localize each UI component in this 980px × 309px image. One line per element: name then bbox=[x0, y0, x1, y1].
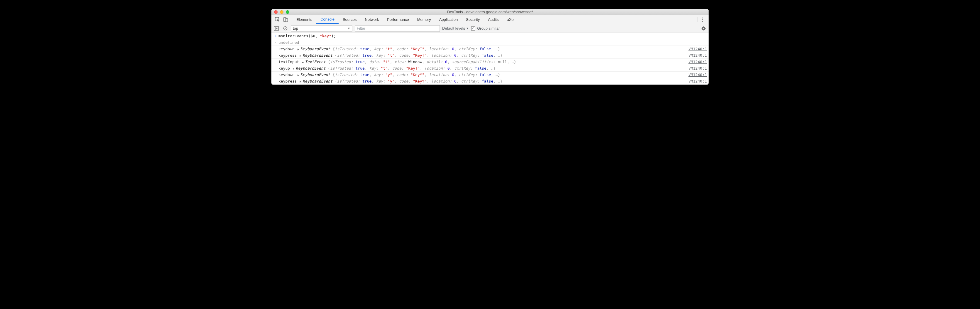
source-link[interactable]: VM1240:1 bbox=[682, 66, 707, 70]
event-name: keydown bbox=[278, 47, 294, 51]
tab-network[interactable]: Network bbox=[361, 15, 383, 24]
event-class: KeyboardEvent bbox=[301, 47, 333, 51]
disclosure-triangle-icon[interactable]: ▶ bbox=[293, 67, 294, 70]
console-return-row: ‹ undefined bbox=[271, 39, 709, 46]
disclosure-triangle-icon[interactable]: ▶ bbox=[298, 48, 299, 51]
console-input-row[interactable]: › monitorEvents($0, "key"); bbox=[271, 33, 709, 39]
return-value: undefined bbox=[278, 40, 707, 45]
svg-line-9 bbox=[284, 27, 286, 29]
tab-elements[interactable]: Elements bbox=[292, 15, 316, 24]
disclosure-triangle-icon[interactable]: ▶ bbox=[299, 54, 301, 57]
settings-icon[interactable] bbox=[700, 26, 707, 31]
console-input-text: monitorEvents($0, "key"); bbox=[278, 34, 707, 38]
event-name: keydown bbox=[278, 72, 294, 77]
clear-console-icon[interactable] bbox=[282, 26, 288, 30]
event-class: KeyboardEvent bbox=[296, 66, 328, 70]
event-name: keyup bbox=[278, 66, 290, 70]
log-levels-label: Default levels bbox=[442, 26, 465, 30]
event-class: KeyboardEvent bbox=[301, 72, 333, 77]
console-output: › monitorEvents($0, "key"); ‹ undefined … bbox=[271, 33, 709, 85]
log-row: textInput ▶TextEvent {isTrusted: true, d… bbox=[271, 59, 709, 65]
source-link[interactable]: VM1240:1 bbox=[682, 53, 707, 58]
context-selector[interactable]: top ▼ bbox=[291, 25, 352, 32]
tab-axe[interactable]: aXe bbox=[503, 15, 517, 24]
log-row: keypress ▶KeyboardEvent {isTrusted: true… bbox=[271, 78, 709, 85]
chevron-down-icon: ▼ bbox=[466, 27, 469, 30]
window-title: DevTools - developers.google.com/web/sho… bbox=[271, 10, 709, 14]
log-row: keydown ▶KeyboardEvent {isTrusted: true,… bbox=[271, 46, 709, 52]
tab-memory[interactable]: Memory bbox=[413, 15, 435, 24]
device-toolbar-icon[interactable] bbox=[282, 15, 290, 24]
log-levels-selector[interactable]: Default levels ▼ bbox=[442, 26, 469, 30]
group-similar-label: Group similar bbox=[477, 26, 500, 30]
svg-rect-2 bbox=[285, 19, 288, 22]
console-toolbar: top ▼ Default levels ▼ ✓ Group similar bbox=[271, 24, 709, 33]
svg-point-5 bbox=[702, 21, 703, 22]
return-icon: ‹ bbox=[273, 40, 278, 45]
group-similar-toggle[interactable]: ✓ Group similar bbox=[471, 26, 500, 30]
tab-application[interactable]: Application bbox=[435, 15, 462, 24]
event-name: keypress bbox=[278, 79, 297, 83]
tab-sources[interactable]: Sources bbox=[339, 15, 361, 24]
devtools-window: DevTools - developers.google.com/web/sho… bbox=[271, 9, 709, 85]
disclosure-triangle-icon[interactable]: ▶ bbox=[299, 80, 301, 83]
log-row: keypress ▶KeyboardEvent {isTrusted: true… bbox=[271, 52, 709, 59]
log-row: keyup ▶KeyboardEvent {isTrusted: true, k… bbox=[271, 65, 709, 72]
log-body: textInput ▶TextEvent {isTrusted: true, d… bbox=[278, 59, 682, 64]
context-selector-value: top bbox=[293, 26, 298, 30]
event-class: KeyboardEvent bbox=[302, 53, 335, 58]
log-row: keydown ▶KeyboardEvent {isTrusted: true,… bbox=[271, 72, 709, 78]
inspect-element-icon[interactable] bbox=[273, 15, 282, 24]
svg-rect-7 bbox=[274, 26, 276, 30]
event-class: TextEvent bbox=[305, 59, 328, 64]
source-link[interactable]: VM1240:1 bbox=[682, 72, 707, 77]
event-name: keypress bbox=[278, 53, 297, 58]
tab-audits[interactable]: Audits bbox=[484, 15, 503, 24]
disclosure-triangle-icon[interactable]: ▶ bbox=[302, 61, 304, 64]
more-menu-icon[interactable] bbox=[698, 15, 707, 24]
tab-performance[interactable]: Performance bbox=[383, 15, 413, 24]
log-body: keydown ▶KeyboardEvent {isTrusted: true,… bbox=[278, 47, 682, 51]
disclosure-triangle-icon[interactable]: ▶ bbox=[298, 74, 299, 77]
panel-tabs: ElementsConsoleSourcesNetworkPerformance… bbox=[271, 15, 709, 24]
svg-point-3 bbox=[702, 17, 703, 18]
log-body: keydown ▶KeyboardEvent {isTrusted: true,… bbox=[278, 72, 682, 77]
titlebar: DevTools - developers.google.com/web/sho… bbox=[271, 9, 709, 15]
log-body: keypress ▶KeyboardEvent {isTrusted: true… bbox=[278, 53, 682, 58]
source-link[interactable]: VM1240:1 bbox=[682, 59, 707, 64]
prompt-icon: › bbox=[273, 34, 278, 38]
chevron-down-icon: ▼ bbox=[347, 27, 350, 30]
checkbox-icon: ✓ bbox=[471, 26, 475, 30]
sidebar-toggle-icon[interactable] bbox=[273, 26, 280, 30]
event-class: KeyboardEvent bbox=[302, 79, 335, 83]
source-link[interactable]: VM1240:1 bbox=[682, 79, 707, 83]
source-link[interactable]: VM1240:1 bbox=[682, 47, 707, 51]
event-name: textInput bbox=[278, 59, 299, 64]
filter-input[interactable] bbox=[355, 25, 440, 32]
tab-security[interactable]: Security bbox=[462, 15, 484, 24]
log-body: keyup ▶KeyboardEvent {isTrusted: true, k… bbox=[278, 66, 682, 70]
log-body: keypress ▶KeyboardEvent {isTrusted: true… bbox=[278, 79, 682, 83]
svg-point-4 bbox=[702, 19, 703, 20]
tab-console[interactable]: Console bbox=[316, 15, 339, 24]
